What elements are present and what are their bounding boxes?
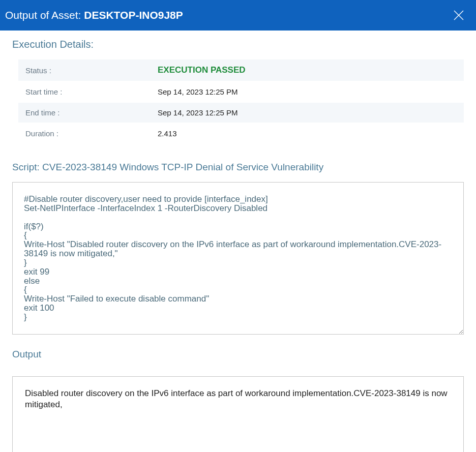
- end-time-value: Sep 14, 2023 12:25 PM: [151, 103, 464, 123]
- table-row: End time : Sep 14, 2023 12:25 PM: [18, 103, 464, 123]
- table-row: Status : EXECUTION PASSED: [18, 59, 464, 81]
- dialog-header: Output of Asset: DESKTOP-INO9J8P: [0, 0, 476, 31]
- script-textarea[interactable]: #Disable router discovery,user need to p…: [12, 182, 464, 335]
- table-row: Duration : 2.413: [18, 124, 464, 143]
- output-heading: Output: [12, 349, 464, 360]
- script-heading: Script: CVE-2023-38149 Windows TCP-IP De…: [12, 162, 464, 173]
- status-label: Status :: [18, 59, 151, 81]
- dialog-title: Output of Asset: DESKTOP-INO9J8P: [5, 9, 183, 21]
- execution-details-table: Status : EXECUTION PASSED Start time : S…: [18, 58, 464, 144]
- asset-name: DESKTOP-INO9J8P: [84, 9, 183, 21]
- output-textarea[interactable]: Disabled router discovery on the IPv6 in…: [12, 376, 464, 452]
- close-button[interactable]: [452, 8, 466, 22]
- duration-value: 2.413: [151, 124, 464, 143]
- start-time-label: Start time :: [18, 82, 151, 102]
- execution-details-heading: Execution Details:: [12, 39, 464, 50]
- table-row: Start time : Sep 14, 2023 12:25 PM: [18, 82, 464, 102]
- close-icon: [453, 10, 464, 21]
- end-time-label: End time :: [18, 103, 151, 123]
- duration-label: Duration :: [18, 124, 151, 143]
- dialog-body: Execution Details: Status : EXECUTION PA…: [0, 31, 476, 452]
- status-value: EXECUTION PASSED: [158, 65, 246, 75]
- title-prefix: Output of Asset:: [5, 9, 84, 21]
- start-time-value: Sep 14, 2023 12:25 PM: [151, 82, 464, 102]
